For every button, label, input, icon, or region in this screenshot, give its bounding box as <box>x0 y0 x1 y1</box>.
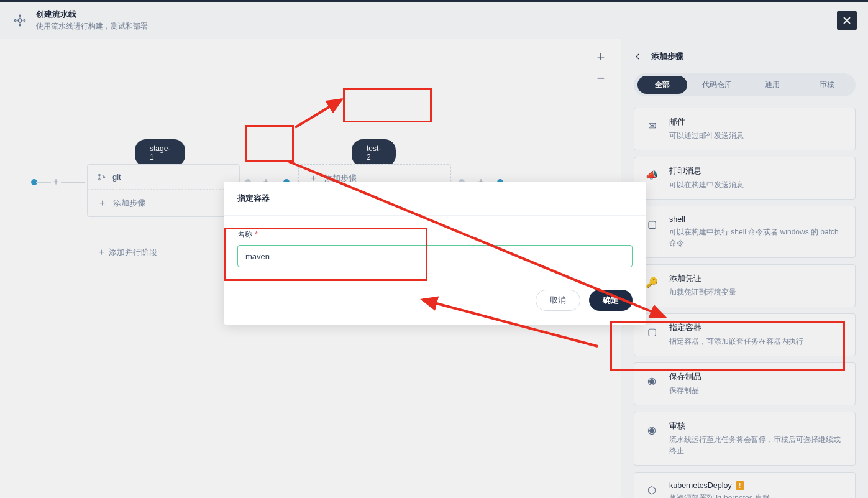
modal-title: 指定容器 <box>224 182 646 216</box>
add-step-button[interactable]: ＋ 添加步骤 <box>88 190 239 216</box>
step-item-k8s-deploy[interactable]: ⬡ kubernetesDeploy!将资源部署到 kubernetes 集群 <box>634 472 856 498</box>
tab-general[interactable]: 通用 <box>747 76 797 94</box>
add-stage-button[interactable]: ＋ <box>51 175 61 188</box>
step-list: ✉ 邮件可以通过邮件发送消息 📣 打印消息可以在构建中发送消息 ▢ shell可… <box>634 108 856 498</box>
tab-repo[interactable]: 代码仓库 <box>692 76 742 94</box>
step-git[interactable]: git <box>88 165 239 190</box>
connector <box>36 182 51 183</box>
tab-all[interactable]: 全部 <box>637 76 687 94</box>
svg-point-1 <box>14 19 16 21</box>
container-name-input[interactable] <box>237 245 633 267</box>
container-modal: 指定容器 名称* 取消 确定 <box>224 182 646 325</box>
cancel-button[interactable]: 取消 <box>536 290 580 311</box>
svg-point-11 <box>99 174 101 176</box>
mail-icon: ✉ <box>644 118 659 133</box>
connector <box>61 182 85 183</box>
step-category-tabs: 全部 代码仓库 通用 审核 <box>634 73 856 96</box>
logo-icon <box>11 12 29 29</box>
add-parallel-stage-1[interactable]: ＋ 添加并行阶段 <box>87 239 240 265</box>
zoom-out-button[interactable]: − <box>592 72 610 85</box>
key-icon: 🔑 <box>644 275 659 290</box>
step-item-credential[interactable]: 🔑 添加凭证加载凭证到环境变量 <box>634 264 856 307</box>
kubernetes-icon: ⬡ <box>644 482 659 497</box>
svg-point-12 <box>99 178 101 180</box>
page-title: 创建流水线 <box>36 9 148 20</box>
ok-button[interactable]: 确定 <box>589 290 633 311</box>
svg-point-3 <box>19 15 21 17</box>
step-item-archive[interactable]: ◉ 保存制品保存制品 <box>634 362 856 405</box>
svg-point-2 <box>24 19 25 21</box>
step-item-shell[interactable]: ▢ shell可以在构建中执行 shell 命令或者 windows 的 bat… <box>634 206 856 258</box>
megaphone-icon: 📣 <box>644 167 659 182</box>
step-item-print[interactable]: 📣 打印消息可以在构建中发送消息 <box>634 157 856 200</box>
step-item-review[interactable]: ◉ 审核流水线运行至此任务将会暂停，审核后可选择继续或终止 <box>634 412 856 466</box>
step-item-mail[interactable]: ✉ 邮件可以通过邮件发送消息 <box>634 108 856 150</box>
header-bar: 创建流水线 使用流水线进行构建，测试和部署 <box>0 0 868 39</box>
add-step-label: 添加步骤 <box>113 198 145 209</box>
disk-icon: ◉ <box>644 373 659 388</box>
step-git-label: git <box>112 172 121 182</box>
tab-review[interactable]: 审核 <box>802 76 852 94</box>
stage-pill-1[interactable]: stage-1 <box>135 139 185 167</box>
stage-pill-2[interactable]: test-2 <box>352 139 396 167</box>
review-icon: ◉ <box>644 422 659 437</box>
svg-point-13 <box>103 176 105 178</box>
panel-title: 添加步骤 <box>651 51 683 62</box>
right-panel: 添加步骤 全部 代码仓库 通用 审核 ✉ 邮件可以通过邮件发送消息 📣 打印消息… <box>621 39 868 498</box>
page-subtitle: 使用流水线进行构建，测试和部署 <box>36 21 148 32</box>
container-icon: ▢ <box>644 324 659 339</box>
terminal-icon: ▢ <box>644 216 659 231</box>
zoom-controls: + − <box>592 51 610 85</box>
field-label-name: 名称* <box>237 229 633 240</box>
back-arrow-icon <box>634 52 642 61</box>
step-item-container[interactable]: ▢ 指定容器指定容器，可添加嵌套任务在容器内执行 <box>634 313 856 356</box>
stage-card-1: git ＋ 添加步骤 <box>87 164 240 217</box>
close-button[interactable] <box>837 11 857 30</box>
zoom-in-button[interactable]: + <box>592 51 610 63</box>
panel-back-row[interactable]: 添加步骤 <box>634 51 856 62</box>
warning-icon: ! <box>736 481 744 490</box>
svg-point-0 <box>18 19 22 22</box>
svg-point-4 <box>19 24 21 25</box>
